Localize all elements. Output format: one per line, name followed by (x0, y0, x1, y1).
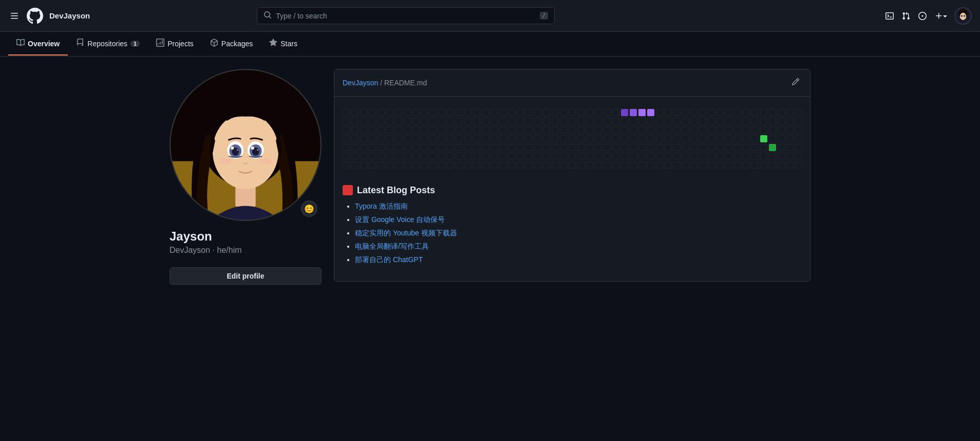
contribution-grid (343, 109, 802, 169)
profile-avatar-inner (171, 70, 321, 220)
pullrequest-button[interactable] (899, 9, 913, 23)
emoji-status-button[interactable]: 😊 (301, 200, 317, 217)
search-bar[interactable]: / (257, 7, 555, 24)
readme-header: DevJayson / README.md (334, 69, 810, 97)
tab-stars-label: Stars (280, 40, 297, 48)
svg-point-24 (219, 158, 232, 164)
blog-header: Latest Blog Posts (343, 185, 802, 196)
blog-list-item: Typora 激活指南 (355, 202, 802, 211)
blog-list: Typora 激活指南设置 Google Voice 自动保号稳定实用的 You… (343, 202, 802, 265)
readme-path-separator: / (380, 79, 382, 87)
profile-username: DevJayson (169, 246, 210, 254)
avatar-container: 😊 (169, 69, 322, 221)
terminal-button[interactable] (882, 9, 897, 23)
header-actions (882, 7, 972, 25)
tab-packages-label: Packages (221, 40, 253, 48)
repositories-badge: 1 (130, 41, 140, 47)
repo-icon (76, 39, 84, 48)
blog-post-link[interactable]: Typora 激活指南 (355, 202, 408, 210)
blog-section: Latest Blog Posts Typora 激活指南设置 Google V… (343, 185, 802, 265)
svg-point-8 (965, 15, 965, 15)
profile-display-name: Jayson (169, 229, 322, 244)
profile-content: DevJayson / README.md (334, 69, 811, 285)
readme-user-link[interactable]: DevJayson (343, 79, 378, 87)
blog-post-link[interactable]: 电脑全局翻译/写作工具 (355, 242, 429, 250)
tab-repositories[interactable]: Repositories 1 (68, 32, 148, 56)
readme-path: DevJayson / README.md (343, 79, 427, 87)
emoji-status: 😊 (304, 204, 314, 214)
tab-packages[interactable]: Packages (202, 32, 261, 56)
svg-point-21 (251, 146, 254, 150)
edit-profile-button[interactable]: Edit profile (169, 267, 322, 285)
blog-title: Latest Blog Posts (357, 185, 435, 196)
book-icon (16, 39, 25, 48)
stars-icon (269, 39, 277, 48)
svg-point-7 (962, 15, 962, 15)
search-icon (263, 11, 272, 21)
profile-separator: · (213, 246, 217, 254)
blog-post-link[interactable]: 稳定实用的 Youtube 视频下载器 (355, 229, 457, 237)
readme-filename: README.md (384, 79, 427, 87)
readme-card: DevJayson / README.md (334, 69, 811, 282)
profile-avatar (169, 69, 322, 221)
search-kbd-badge: / (540, 12, 549, 20)
header: DevJayson / (0, 0, 980, 32)
blog-list-item: 设置 Google Voice 自动保号 (355, 215, 802, 225)
packages-icon (210, 39, 218, 48)
blog-post-link[interactable]: 部署自己的 ChatGPT (355, 255, 423, 264)
user-avatar-button[interactable] (954, 7, 972, 25)
nav-tabs: Overview Repositories 1 Projects Package… (0, 32, 980, 57)
main-content: 😊 Jayson DevJayson · he/him Edit profile… (161, 57, 819, 297)
profile-pronouns: he/him (217, 246, 242, 254)
profile-username-pronouns: DevJayson · he/him (169, 246, 322, 255)
blog-icon (343, 185, 353, 195)
blog-list-item: 稳定实用的 Youtube 视频下载器 (355, 229, 802, 238)
issues-button[interactable] (915, 9, 930, 23)
svg-point-20 (231, 146, 234, 150)
svg-point-2 (960, 12, 966, 20)
hamburger-button[interactable] (8, 10, 21, 22)
header-username: DevJayson (49, 11, 90, 20)
blog-post-link[interactable]: 设置 Google Voice 自动保号 (355, 215, 445, 224)
readme-edit-button[interactable] (789, 76, 802, 90)
svg-point-23 (257, 149, 258, 151)
readme-body: Latest Blog Posts Typora 激活指南设置 Google V… (334, 97, 810, 281)
projects-icon (156, 39, 164, 48)
blog-list-item: 电脑全局翻译/写作工具 (355, 242, 802, 251)
header-search: / (257, 7, 555, 24)
svg-point-25 (260, 158, 272, 164)
tab-projects[interactable]: Projects (148, 32, 202, 56)
tab-repositories-label: Repositories (87, 40, 127, 48)
blog-list-item: 部署自己的 ChatGPT (355, 255, 802, 265)
tab-projects-label: Projects (167, 40, 194, 48)
svg-point-22 (237, 149, 238, 151)
search-input[interactable] (276, 12, 535, 20)
header-left: DevJayson (8, 8, 90, 24)
user-avatar (955, 8, 971, 24)
tab-stars[interactable]: Stars (261, 32, 306, 56)
github-logo-icon (27, 8, 43, 24)
new-button[interactable] (932, 9, 952, 23)
tab-overview-label: Overview (28, 40, 60, 48)
tab-overview[interactable]: Overview (8, 32, 68, 56)
profile-sidebar: 😊 Jayson DevJayson · he/him Edit profile (169, 69, 322, 285)
svg-point-13 (213, 113, 278, 189)
